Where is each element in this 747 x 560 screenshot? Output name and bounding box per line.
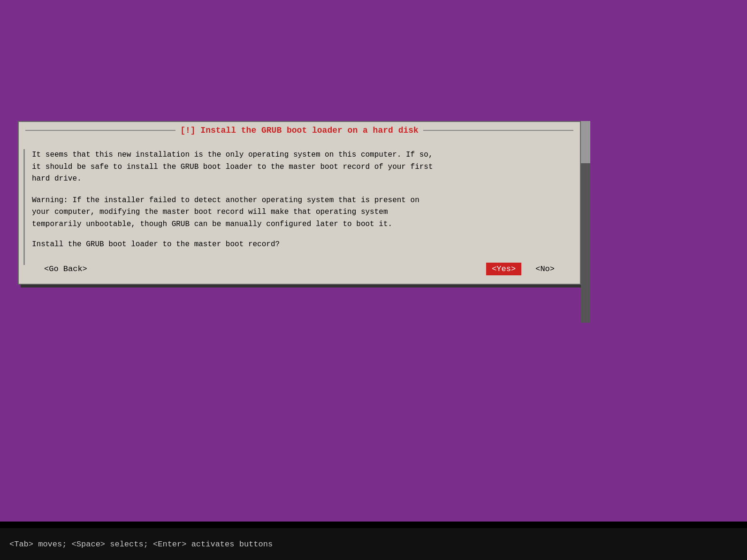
dialog-window: [!] Install the GRUB boot loader on a ha… — [18, 121, 581, 285]
dialog-title: [!] Install the GRUB boot loader on a ha… — [180, 126, 419, 135]
no-button[interactable]: <No> — [533, 264, 557, 274]
black-bar — [0, 522, 747, 528]
question: Install the GRUB boot loader to the mast… — [32, 240, 567, 249]
dialog-titlebar: [!] Install the GRUB boot loader on a ha… — [19, 122, 580, 139]
status-text: <Tab> moves; <Space> selects; <Enter> ac… — [9, 540, 273, 549]
dialog-body: It seems that this new installation is t… — [19, 139, 580, 284]
title-line-left — [25, 130, 175, 131]
right-buttons: <Yes> <No> — [486, 263, 557, 275]
buttons-row: <Go Back> <Yes> <No> — [32, 259, 567, 284]
yes-button[interactable]: <Yes> — [486, 263, 521, 275]
status-bar: <Tab> moves; <Space> selects; <Enter> ac… — [0, 528, 747, 560]
left-accent — [23, 149, 25, 265]
scrollbar-thumb[interactable] — [581, 121, 590, 163]
scrollbar-track — [581, 121, 590, 323]
go-back-button[interactable]: <Go Back> — [41, 264, 90, 274]
title-line-right — [423, 130, 573, 131]
paragraph1: It seems that this new installation is t… — [32, 149, 567, 185]
paragraph2: Warning: If the installer failed to dete… — [32, 195, 567, 231]
